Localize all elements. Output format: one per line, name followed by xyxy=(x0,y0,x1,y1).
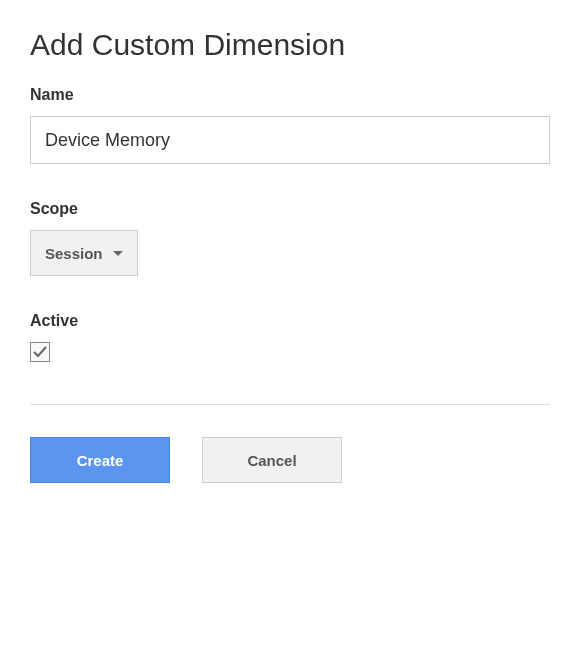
divider xyxy=(30,404,550,405)
name-input[interactable] xyxy=(30,116,550,164)
caret-down-icon xyxy=(113,251,123,256)
active-label: Active xyxy=(30,312,550,330)
name-label: Name xyxy=(30,86,550,104)
scope-label: Scope xyxy=(30,200,550,218)
page-title: Add Custom Dimension xyxy=(30,28,550,62)
button-row: Create Cancel xyxy=(30,437,550,483)
scope-field-group: Scope Session xyxy=(30,200,550,276)
name-field-group: Name xyxy=(30,86,550,164)
active-field-group: Active xyxy=(30,312,550,364)
scope-dropdown[interactable]: Session xyxy=(30,230,138,276)
create-button[interactable]: Create xyxy=(30,437,170,483)
active-checkbox[interactable] xyxy=(30,342,50,362)
checkmark-icon xyxy=(32,344,48,360)
cancel-button[interactable]: Cancel xyxy=(202,437,342,483)
scope-dropdown-label: Session xyxy=(45,245,103,262)
